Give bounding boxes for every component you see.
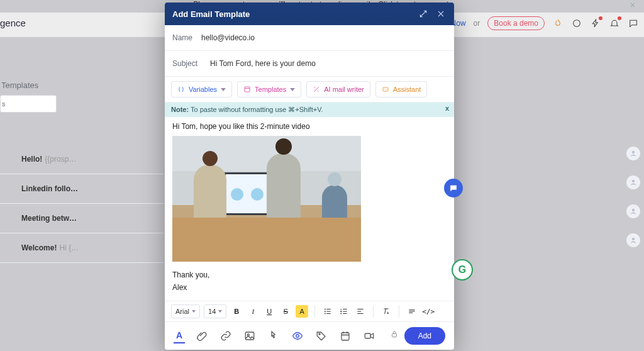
chevron-down-icon <box>221 88 226 91</box>
font-size-select[interactable]: 14 <box>204 304 226 318</box>
chevron-down-icon <box>290 88 295 91</box>
lightning-icon[interactable] <box>590 18 601 29</box>
svg-point-3 <box>633 209 635 211</box>
quote-icon[interactable] <box>406 305 418 318</box>
email-body-editor[interactable]: Hi Tom, hope you like this 2-minute vide… <box>165 117 454 301</box>
row-user-icon <box>626 204 640 218</box>
embedded-video-thumbnail[interactable] <box>172 136 361 262</box>
strikethrough-icon[interactable]: S <box>279 305 292 318</box>
chevron-down-icon <box>218 310 222 313</box>
template-row[interactable]: Meeting betw… <box>0 204 164 233</box>
template-row[interactable]: Welcome!Hi {… <box>0 233 164 263</box>
add-button[interactable]: Add <box>404 327 445 345</box>
template-row[interactable]: Hello!{{prosp… <box>0 145 164 174</box>
name-label: Name <box>172 33 201 42</box>
image-icon[interactable] <box>243 329 257 343</box>
attachment-icon[interactable] <box>195 329 209 343</box>
row-user-icon <box>626 233 640 247</box>
highlight-icon[interactable]: A <box>296 305 308 318</box>
svg-point-9 <box>325 313 326 314</box>
paste-note: Note: To paste without formatting use ⌘+… <box>165 103 454 117</box>
ai-mail-writer-button[interactable]: AI mail writer <box>306 81 370 98</box>
modal-tool-row: Variables Templates AI mail writer Assis… <box>165 77 454 103</box>
modal-bottom-bar: A Add <box>165 322 454 350</box>
bell-icon[interactable] <box>609 18 620 29</box>
body-line-1: Hi Tom, hope you like this 2-minute vide… <box>172 122 447 131</box>
clear-format-icon[interactable] <box>380 305 392 318</box>
templates-section: Templates <box>0 75 164 113</box>
svg-point-8 <box>325 311 326 311</box>
calendar-icon[interactable] <box>338 329 352 343</box>
svg-rect-16 <box>392 333 397 337</box>
banner-close-icon[interactable]: × <box>630 0 635 10</box>
templates-dropdown[interactable]: Templates <box>237 81 301 98</box>
italic-icon[interactable]: I <box>247 305 259 318</box>
numbered-list-icon[interactable] <box>338 305 350 318</box>
svg-point-13 <box>319 333 320 335</box>
flame-icon[interactable] <box>552 18 564 29</box>
pointer-icon[interactable] <box>267 329 280 343</box>
chevron-down-icon <box>192 310 196 313</box>
rich-text-toolbar: Arial 14 B I U S A </> <box>165 301 454 322</box>
svg-rect-14 <box>341 333 349 340</box>
or-text: or <box>474 19 480 28</box>
svg-rect-5 <box>245 87 250 92</box>
templates-heading: Templates <box>0 75 164 95</box>
template-row[interactable]: Linkedin follo… <box>0 174 164 204</box>
chat-fab[interactable] <box>444 179 463 198</box>
templates-search-input[interactable] <box>0 95 57 113</box>
subject-field-row: Subject Hi Tom Ford, here is your demo <box>165 51 454 77</box>
font-family-select[interactable]: Arial <box>171 304 200 318</box>
signoff-1: Thank you, <box>172 270 447 279</box>
text-style-button[interactable]: A <box>174 328 185 343</box>
bullet-list-icon[interactable] <box>321 305 334 318</box>
note-close-icon[interactable]: x <box>445 104 449 112</box>
lock-icon[interactable] <box>390 330 399 340</box>
row-user-icon <box>626 176 640 189</box>
eye-icon[interactable] <box>291 329 304 343</box>
close-icon[interactable] <box>435 8 447 20</box>
bold-icon[interactable]: B <box>230 305 243 318</box>
assistant-button[interactable]: Assistant <box>375 81 428 98</box>
video-icon[interactable] <box>362 329 376 343</box>
book-demo-button[interactable]: Book a demo <box>487 16 545 30</box>
code-icon[interactable]: </> <box>422 305 435 318</box>
svg-rect-6 <box>383 87 388 91</box>
underline-icon[interactable]: U <box>263 305 275 318</box>
svg-point-2 <box>633 181 635 182</box>
svg-rect-15 <box>365 333 370 338</box>
name-value[interactable]: hello@videco.io <box>201 33 255 42</box>
svg-point-1 <box>633 152 635 153</box>
brand-fragment: gence <box>0 18 26 28</box>
modal-title: Add Email Template <box>172 9 250 19</box>
svg-point-4 <box>633 238 635 240</box>
tag-icon[interactable] <box>314 329 328 343</box>
refresh-icon[interactable] <box>571 18 582 29</box>
subject-value[interactable]: Hi Tom Ford, here is your demo <box>210 59 316 68</box>
grammarly-fab[interactable]: G <box>452 259 473 281</box>
add-email-template-modal: Add Email Template Name hello@videco.io … <box>165 3 454 350</box>
svg-point-0 <box>574 20 580 27</box>
svg-point-7 <box>325 309 326 309</box>
align-icon[interactable] <box>354 305 367 318</box>
chat-icon[interactable] <box>628 18 639 29</box>
signoff-2: Alex <box>172 283 447 292</box>
variables-dropdown[interactable]: Variables <box>171 81 232 98</box>
expand-icon[interactable] <box>418 8 429 20</box>
svg-rect-10 <box>245 332 254 340</box>
row-user-icon <box>626 147 640 160</box>
subject-label: Subject <box>172 59 201 68</box>
link-icon[interactable] <box>219 329 233 343</box>
name-field-row: Name hello@videco.io <box>165 25 454 51</box>
svg-point-12 <box>296 335 299 338</box>
modal-titlebar: Add Email Template <box>165 3 454 25</box>
